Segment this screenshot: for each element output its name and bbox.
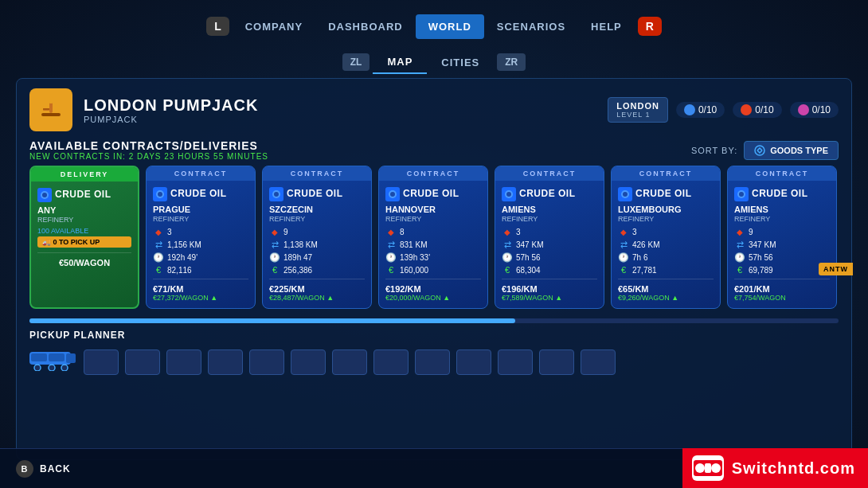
subnav-item-cities[interactable]: CITIES xyxy=(427,52,494,73)
subnav-btn-zl[interactable]: ZL xyxy=(342,53,370,71)
facility-icon xyxy=(29,88,72,131)
antwerp-badge[interactable]: ANTW xyxy=(819,263,853,275)
card-dest-sub-1: REFINERY xyxy=(153,215,248,223)
card-wagons-6: 9 xyxy=(749,228,753,236)
card-value-2: 256,386 xyxy=(283,266,312,275)
svg-point-22 xyxy=(34,365,41,371)
card-price-0: €50/WAGON xyxy=(37,258,131,267)
resource-pill-0: 0/10 xyxy=(676,102,725,118)
card-title-6: CRUDE OIL xyxy=(752,189,808,199)
nav-item-world[interactable]: WORLD xyxy=(416,14,484,39)
card-type-1: CONTRACT xyxy=(147,166,255,181)
scroll-bar[interactable] xyxy=(29,318,839,323)
nav-item-help[interactable]: HELP xyxy=(578,14,635,39)
card-2[interactable]: CONTRACTCRUDE OILSZCZECINREFINERY◆9⇄1,13… xyxy=(262,166,372,309)
card-dest-sub-6: REFINERY xyxy=(734,215,830,223)
card-wagon-icon-4: ◆ xyxy=(502,226,513,237)
nav-btn-r[interactable]: R xyxy=(638,17,662,36)
card-time-6: 57h 56 xyxy=(749,253,773,262)
wagon-slot-9[interactable] xyxy=(415,349,450,375)
card-dist-5: 426 KM xyxy=(632,240,659,249)
sort-button[interactable]: GOODS TYPE xyxy=(744,141,839,160)
card-4[interactable]: CONTRACTCRUDE OILAMIENSREFINERY◆3⇄347 KM… xyxy=(495,166,604,309)
resource-pill-1: 0/10 xyxy=(733,102,781,118)
card-1[interactable]: CONTRACTCRUDE OILPRAGUEREFINERY◆3⇄1,156 … xyxy=(146,166,256,309)
nav-item-company[interactable]: COMPANY xyxy=(233,14,315,39)
card-price-sub-1: €27,372/WAGON ▲ xyxy=(153,294,248,302)
card-type-0: DELIVERY xyxy=(31,167,138,182)
wagon-slot-13[interactable] xyxy=(581,349,616,375)
subnav-item-map[interactable]: MAP xyxy=(373,51,427,74)
card-type-3: CONTRACT xyxy=(379,166,487,181)
wagon-slot-4[interactable] xyxy=(208,349,243,375)
card-6[interactable]: CONTRACTCRUDE OILAMIENSREFINERY◆9⇄347 KM… xyxy=(727,166,837,309)
wagon-slot-1[interactable] xyxy=(84,349,119,375)
card-value-5: 27,781 xyxy=(632,266,657,275)
card-dist-icon-2: ⇄ xyxy=(269,239,280,250)
facility-name: LONDON PUMPJACK xyxy=(84,96,258,115)
sort-label: SORT BY: xyxy=(691,146,737,155)
card-price-sub-3: €20,000/WAGON ▲ xyxy=(385,294,481,302)
wagon-slot-8[interactable] xyxy=(373,349,409,375)
card-goods-icon-5 xyxy=(618,187,632,201)
card-price-3: €192/KM xyxy=(385,284,481,294)
card-title-5: CRUDE OIL xyxy=(635,189,692,199)
subnav-btn-zr[interactable]: ZR xyxy=(497,53,526,71)
card-time-2: 189h 47 xyxy=(283,253,312,262)
card-title-1: CRUDE OIL xyxy=(170,189,227,199)
train-icon xyxy=(29,347,77,377)
svg-point-5 xyxy=(755,146,764,155)
card-wagons-1: 3 xyxy=(167,228,172,236)
back-button-icon: B xyxy=(16,460,33,478)
card-dest-6: AMIENS xyxy=(734,205,830,214)
location-name: LONDON xyxy=(616,101,659,111)
facility-title: LONDON PUMPJACK PUMPJACK xyxy=(84,96,258,124)
card-title-0: CRUDE OIL xyxy=(55,189,111,200)
card-dest-sub-2: REFINERY xyxy=(269,215,365,223)
wagon-slot-7[interactable] xyxy=(332,349,367,375)
svg-point-29 xyxy=(695,463,705,473)
pickup-title: PICKUP PLANNER xyxy=(29,330,839,341)
switch-logo-icon xyxy=(692,455,724,481)
card-price-sub-6: €7,754/WAGON xyxy=(734,294,830,302)
card-dest-sub-4: REFINERY xyxy=(502,215,597,223)
card-wagon-icon-3: ◆ xyxy=(385,226,397,237)
card-3[interactable]: CONTRACTCRUDE OILHANNOVERREFINERY◆8⇄831 … xyxy=(378,166,488,309)
nav-item-scenarios[interactable]: SCENARIOS xyxy=(484,14,578,39)
location-badge: LONDON LEVEL 1 xyxy=(608,97,668,123)
svg-point-7 xyxy=(42,193,47,197)
switchntd-text: Switchntd.com xyxy=(732,459,855,478)
card-type-4: CONTRACT xyxy=(495,166,604,181)
wagon-slot-11[interactable] xyxy=(498,349,533,375)
svg-rect-31 xyxy=(705,463,711,473)
svg-point-19 xyxy=(739,192,744,197)
card-wagons-4: 3 xyxy=(516,228,521,236)
svg-point-15 xyxy=(506,192,511,197)
card-price-6: €201/KM xyxy=(734,284,830,294)
back-button[interactable]: B BACK xyxy=(16,460,71,478)
wagon-slot-10[interactable] xyxy=(456,349,491,375)
svg-rect-0 xyxy=(41,113,61,116)
card-dest-sub-3: REFINERY xyxy=(385,215,481,223)
nav-btn-l[interactable]: L xyxy=(206,17,229,36)
wagon-slot-12[interactable] xyxy=(539,349,574,375)
card-5[interactable]: CONTRACTCRUDE OILLUXEMBOURGREFINERY◆3⇄42… xyxy=(611,166,721,309)
card-0[interactable]: DELIVERYCRUDE OILANYREFINERY100 AVAILABL… xyxy=(29,166,139,309)
wagon-slot-3[interactable] xyxy=(166,349,201,375)
card-dest-2: SZCZECIN xyxy=(269,205,365,214)
card-wagons-5: 3 xyxy=(632,228,637,236)
card-type-6: CONTRACT xyxy=(728,166,836,181)
wagon-slot-6[interactable] xyxy=(291,349,326,375)
wagon-slot-2[interactable] xyxy=(125,349,160,375)
card-title-3: CRUDE OIL xyxy=(403,189,459,199)
svg-rect-21 xyxy=(66,353,76,363)
scroll-bar-thumb xyxy=(29,318,515,323)
wagon-slot-5[interactable] xyxy=(249,349,284,375)
card-price-2: €225/KM xyxy=(269,284,365,294)
card-wagon-icon-2: ◆ xyxy=(269,226,280,237)
card-type-5: CONTRACT xyxy=(612,166,720,181)
card-title-2: CRUDE OIL xyxy=(287,189,343,199)
nav-item-dashboard[interactable]: DASHBOARD xyxy=(315,14,416,39)
sub-navigation: ZL MAP CITIES ZR xyxy=(0,46,868,78)
card-wagon-icon-5: ◆ xyxy=(618,226,629,237)
